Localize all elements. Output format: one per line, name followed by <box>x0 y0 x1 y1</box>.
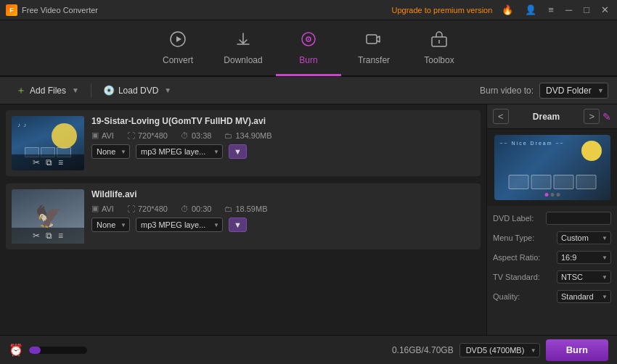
theme-prev-button[interactable]: < <box>493 109 509 124</box>
file-meta-1: ▣ AVI ⛶ 720*480 ⏱ 03:38 🗀 134.90MB <box>91 131 475 140</box>
close-button[interactable]: ✕ <box>599 4 611 15</box>
menu-icon-2[interactable]: ≡ <box>58 231 63 241</box>
maximize-button[interactable]: □ <box>581 4 592 15</box>
dvd-label-row: DVD Label: <box>493 212 611 225</box>
format-1: ▣ AVI <box>91 131 114 140</box>
nav-bar: Convert Download Burn Transfer <box>0 20 617 77</box>
audio-settings-btn-2[interactable]: ▼ <box>229 218 247 232</box>
nav-item-toolbox[interactable]: Toolbox <box>406 20 472 76</box>
disk-info: 0.16GB/4.70GB DVD5 (4700MB) DVD9 (8500MB… <box>392 339 608 361</box>
file-thumb-2: 🦅 ✂ ⧉ ≡ <box>12 189 84 244</box>
theme-header: < Dream > ✎ <box>487 104 617 129</box>
duration-1: ⏱ 03:38 <box>181 131 212 140</box>
file-info-1: 19-Sistar-Loving U(GomTV FullHD MV).avi … <box>91 116 475 159</box>
menu-icon-1[interactable]: ≡ <box>58 157 63 167</box>
convert-icon <box>169 30 187 51</box>
size-value-1: 134.90MB <box>235 131 271 140</box>
theme-next-button[interactable]: > <box>584 109 600 124</box>
nav-item-download[interactable]: Download <box>211 20 276 76</box>
duration-value-1: 03:38 <box>192 131 212 140</box>
file-meta-2: ▣ AVI ⛶ 720*480 ⏱ 00:30 🗀 18.59MB <box>91 204 475 213</box>
convert-label: Convert <box>163 55 193 65</box>
app-logo: F <box>6 4 17 16</box>
file-thumb-1: ♪ ♪ ✂ ⧉ ≡ <box>12 116 84 170</box>
nav-item-transfer[interactable]: Transfer <box>341 20 406 76</box>
burn-destination-select[interactable]: DVD Folder <box>539 83 608 99</box>
burn-button[interactable]: Burn <box>546 339 608 361</box>
burn-destination-wrapper: DVD Folder <box>539 83 608 99</box>
nav-item-convert[interactable]: Convert <box>145 20 211 76</box>
audio-settings-btn-1[interactable]: ▼ <box>229 144 247 159</box>
toolbar-right: Burn video to: DVD Folder <box>480 83 608 99</box>
format-icon-1: ▣ <box>91 131 99 140</box>
duration-icon-1: ⏱ <box>181 131 189 140</box>
menu-icon[interactable]: ≡ <box>546 4 556 15</box>
add-files-label: Add Files <box>30 86 66 96</box>
tv-standard-select[interactable]: NTSC PAL <box>557 270 611 284</box>
main-content: ♪ ♪ ✂ ⧉ ≡ 19-Sistar-Loving U(GomTV FullH… <box>0 104 617 335</box>
theme-name: Dream <box>533 112 560 122</box>
quality-wrapper: Standard High Ultra High <box>557 289 611 303</box>
aspect-ratio-label: Aspect Ratio: <box>493 253 540 262</box>
audio-dropdown-2-wrap: mp3 MPEG laye... <box>136 218 223 232</box>
dot-3[interactable] <box>556 193 560 197</box>
audio-dropdown-1-wrap: mp3 MPEG laye... <box>136 144 223 159</box>
theme-preview-indicators <box>544 193 560 197</box>
timer-icon[interactable]: ⏰ <box>9 343 23 357</box>
file-info-2: Wildlife.avi ▣ AVI ⛶ 720*480 ⏱ 00:30 <box>91 189 475 232</box>
scissors-icon-1[interactable]: ✂ <box>33 157 40 167</box>
minimize-button[interactable]: ─ <box>563 4 574 15</box>
size-icon-1: 🗀 <box>224 131 232 140</box>
right-panel: < Dream > ✎ ~~ Nice Dream ~~ <box>486 104 617 335</box>
resolution-value-1: 720*480 <box>138 131 168 140</box>
app-title: Free Video Converter <box>22 6 98 15</box>
plus-icon: ＋ <box>16 84 26 97</box>
size-2: 🗀 18.59MB <box>224 204 267 213</box>
fire-icon[interactable]: 🔥 <box>499 4 515 15</box>
aspect-ratio-select[interactable]: 16:9 4:3 <box>557 251 611 264</box>
duration-icon-2: ⏱ <box>181 204 189 213</box>
audio-dropdown-2[interactable]: mp3 MPEG laye... <box>136 218 223 232</box>
toolbox-label: Toolbox <box>424 55 454 65</box>
copy-icon-1[interactable]: ⧉ <box>46 157 52 167</box>
tv-standard-row: TV Standard: NTSC PAL <box>493 270 611 284</box>
dvd-label-input[interactable] <box>546 212 611 225</box>
menu-type-wrapper: Custom Default None <box>557 231 611 244</box>
resolution-value-2: 720*480 <box>138 204 168 213</box>
audio-dropdown-1[interactable]: mp3 MPEG laye... <box>136 144 223 159</box>
upgrade-link[interactable]: Upgrade to premium version <box>392 6 493 15</box>
tv-standard-wrapper: NTSC PAL <box>557 270 611 284</box>
burn-label: Burn <box>299 55 317 65</box>
menu-type-row: Menu Type: Custom Default None <box>493 231 611 244</box>
theme-preview: ~~ Nice Dream ~~ <box>487 129 617 206</box>
nav-item-burn[interactable]: Burn <box>276 20 341 76</box>
scissors-icon-2[interactable]: ✂ <box>33 231 40 241</box>
title-bar: F Free Video Converter Upgrade to premiu… <box>0 0 617 20</box>
dot-1[interactable] <box>544 193 548 197</box>
copy-icon-2[interactable]: ⧉ <box>46 231 52 241</box>
quality-select[interactable]: Standard High Ultra High <box>557 290 611 303</box>
size-icon-2: 🗀 <box>224 204 232 213</box>
toolbar: ＋ Add Files ▼ 💿 Load DVD ▼ Burn video to… <box>0 77 617 104</box>
menu-type-select[interactable]: Custom Default None <box>557 231 611 244</box>
duration-value-2: 00:30 <box>192 204 212 213</box>
theme-edit-button[interactable]: ✎ <box>602 111 611 123</box>
theme-canvas: ~~ Nice Dream ~~ <box>494 135 610 200</box>
effect-dropdown-1[interactable]: None <box>91 144 130 159</box>
svg-point-4 <box>308 38 309 40</box>
load-dvd-button[interactable]: 💿 Load DVD ▼ <box>96 81 179 99</box>
resolution-1: ⛶ 720*480 <box>127 131 168 140</box>
user-icon[interactable]: 👤 <box>523 4 539 15</box>
resolution-2: ⛶ 720*480 <box>127 204 168 213</box>
file-name-2: Wildlife.avi <box>91 189 475 199</box>
settings-panel: DVD Label: Menu Type: Custom Default Non… <box>487 206 617 309</box>
format-2: ▣ AVI <box>91 204 114 213</box>
disk-size-select[interactable]: DVD5 (4700MB) DVD9 (8500MB) BD25 (25GB) <box>459 343 540 357</box>
dot-2[interactable] <box>550 193 554 197</box>
duration-2: ⏱ 00:30 <box>181 204 212 213</box>
effect-dropdown-2[interactable]: None <box>91 218 130 232</box>
size-1: 🗀 134.90MB <box>224 131 271 140</box>
add-files-button[interactable]: ＋ Add Files ▼ <box>9 80 86 101</box>
aspect-ratio-row: Aspect Ratio: 16:9 4:3 <box>493 250 611 264</box>
file-item-1: ♪ ♪ ✂ ⧉ ≡ 19-Sistar-Loving U(GomTV FullH… <box>6 110 481 176</box>
